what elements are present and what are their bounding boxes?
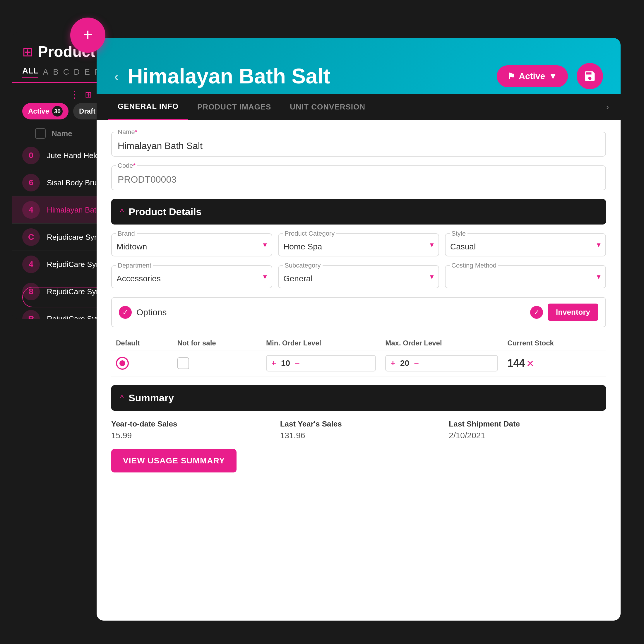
subcategory-field: Subcategory General ▼	[278, 265, 439, 288]
ytd-label: Year-to-date Sales	[111, 419, 268, 429]
col-default: Default	[111, 336, 173, 350]
table-row: + 10 − + 20 − 144 ✕	[111, 350, 606, 376]
code-input[interactable]	[111, 165, 606, 190]
active-count-badge: 30	[52, 106, 63, 117]
department-label: Department	[116, 262, 153, 269]
status-label: Active	[519, 71, 545, 81]
fields-row-1: Brand Midtown ▼ Product Category Home Sp…	[111, 233, 606, 256]
chevron-down-icon: ▼	[549, 71, 557, 81]
plus-icon: +	[83, 26, 93, 43]
detail-panel: GENERAL INFO PRODUCT IMAGES UNIT CONVERS…	[97, 94, 621, 621]
tab-product-images[interactable]: PRODUCT IMAGES	[188, 94, 280, 120]
fab-add-button[interactable]: +	[70, 18, 105, 53]
back-button[interactable]: ‹	[114, 68, 119, 84]
select-all-checkbox[interactable]	[35, 128, 46, 139]
subcategory-label: Subcategory	[283, 262, 323, 269]
radio-inner	[119, 360, 125, 366]
options-check-icon[interactable]: ✓	[119, 306, 132, 319]
current-stock-cell: 144 ✕	[503, 350, 606, 376]
grid-view-icon[interactable]: ⊞	[85, 90, 92, 100]
section-title: Product Details	[129, 206, 201, 217]
last-shipment-col: Last Shipment Date 2/10/2021	[449, 419, 606, 440]
department-field: Department Accessories ▼	[111, 265, 272, 288]
status-button[interactable]: ⚑ Active ▼	[497, 65, 568, 87]
product-name-title: Himalayan Bath Salt	[128, 64, 488, 88]
not-for-sale-checkbox[interactable]	[177, 357, 189, 369]
min-order-value: 10	[280, 359, 291, 368]
tabs-bar: GENERAL INFO PRODUCT IMAGES UNIT CONVERS…	[97, 94, 621, 120]
max-order-value: 20	[399, 359, 411, 368]
product-category-field: Product Category Home Spa ▼	[278, 233, 439, 256]
tab-general-info[interactable]: GENERAL INFO	[108, 94, 188, 120]
max-order-stepper: + 20 −	[385, 355, 498, 371]
inventory-label: Inventory	[556, 308, 590, 317]
costing-method-label: Costing Method	[450, 262, 498, 269]
alphabet-all[interactable]: ALL	[22, 66, 38, 78]
col-current-stock: Current Stock	[503, 336, 606, 350]
max-decrement-button[interactable]: +	[390, 359, 395, 368]
max-increment-button[interactable]: −	[414, 359, 419, 368]
item-badge: 0	[22, 147, 40, 164]
save-icon	[583, 70, 596, 83]
draft-label: Draft	[79, 107, 95, 115]
more-options-icon[interactable]: ⋮	[70, 89, 79, 100]
name-input[interactable]	[111, 132, 606, 157]
tabs-more-icon[interactable]: ›	[606, 102, 609, 112]
active-filter-tag[interactable]: Active 30	[22, 103, 68, 119]
tab-unit-conversion[interactable]: UNIT CONVERSION	[280, 94, 375, 120]
summary-title: Summary	[129, 392, 174, 404]
name-field-label: Name*	[116, 128, 139, 136]
code-field-group: Code*	[111, 165, 606, 190]
remove-row-button[interactable]: ✕	[526, 358, 534, 369]
alphabet-e[interactable]: E	[84, 67, 90, 77]
inventory-check-icon[interactable]: ✓	[530, 306, 543, 319]
options-label: Options	[136, 307, 525, 317]
item-badge: 6	[22, 174, 40, 191]
product-category-label: Product Category	[283, 230, 336, 237]
not-for-sale-cell[interactable]	[173, 350, 261, 376]
default-radio-cell[interactable]	[111, 350, 173, 376]
save-button[interactable]	[577, 63, 603, 89]
alphabet-c[interactable]: C	[63, 67, 69, 77]
item-badge: 4	[22, 256, 40, 273]
stock-value: 144	[507, 357, 525, 369]
radio-button[interactable]	[116, 357, 129, 370]
options-table: Default Not for sale Min. Order Level Ma…	[111, 336, 606, 376]
inventory-button[interactable]: Inventory	[548, 304, 598, 321]
name-field-group: Name*	[111, 132, 606, 157]
costing-method-field: Costing Method ▼	[445, 265, 606, 288]
col-not-for-sale: Not for sale	[173, 336, 261, 350]
ytd-sales-col: Year-to-date Sales 15.99	[111, 419, 268, 440]
shipment-label: Last Shipment Date	[449, 419, 606, 429]
alphabet-a[interactable]: A	[43, 67, 48, 77]
item-badge: R	[22, 310, 40, 319]
min-decrement-button[interactable]: +	[271, 359, 276, 368]
active-label: Active	[28, 107, 49, 115]
brand-label: Brand	[116, 230, 137, 237]
collapse-icon[interactable]: ^	[120, 393, 124, 403]
view-usage-summary-button[interactable]: VIEW USAGE SUMMARY	[111, 449, 237, 472]
style-label: Style	[450, 230, 467, 237]
options-row: ✓ Options ✓ Inventory	[111, 297, 606, 327]
alphabet-d[interactable]: D	[74, 67, 80, 77]
item-badge: 4	[22, 201, 40, 219]
form-content: Name* Code* ^ Product Details Brand Midt…	[97, 120, 621, 484]
summary-row: Year-to-date Sales 15.99 Last Year's Sal…	[111, 419, 606, 440]
min-increment-button[interactable]: −	[295, 359, 299, 368]
col-min-order: Min. Order Level	[261, 336, 381, 350]
shipment-value: 2/10/2021	[449, 431, 606, 440]
fields-row-2: Department Accessories ▼ Subcategory Gen…	[111, 265, 606, 288]
item-name: Sisal Body Brush	[47, 178, 105, 187]
max-order-cell: + 20 −	[381, 350, 503, 376]
brand-field: Brand Midtown ▼	[111, 233, 272, 256]
style-select[interactable]: Casual	[445, 233, 606, 256]
product-details-section: ^ Product Details	[111, 199, 606, 225]
summary-section: ^ Summary	[111, 385, 606, 411]
flag-icon: ⚑	[507, 71, 515, 81]
last-year-sales-col: Last Year's Sales 131.96	[280, 419, 437, 440]
last-year-label: Last Year's Sales	[280, 419, 437, 429]
item-badge: C	[22, 228, 40, 246]
collapse-icon[interactable]: ^	[120, 207, 124, 217]
product-grid-icon: ⊞	[22, 44, 33, 59]
alphabet-b[interactable]: B	[53, 67, 59, 77]
